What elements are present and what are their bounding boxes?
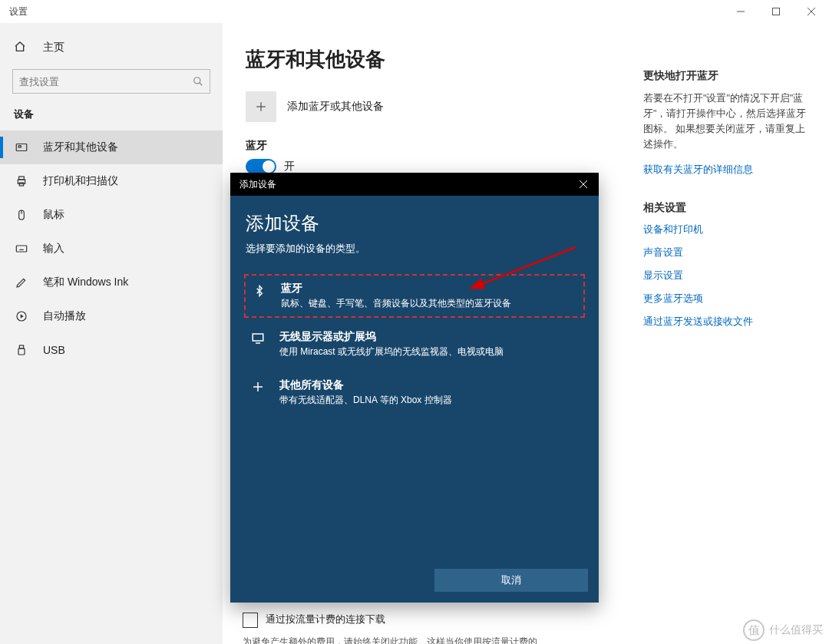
bluetooth-icon	[250, 283, 269, 310]
dialog-option-everything-else[interactable]: 其他所有设备 带有无线适配器、DLNA 等的 Xbox 控制器	[246, 372, 583, 413]
dialog-title: 添加设备	[239, 178, 276, 191]
metered-note: 为避免产生额外的费用，请始终关闭此功能。这样当你使用按流量计费的	[243, 636, 537, 644]
link-sound-settings[interactable]: 声音设置	[643, 246, 812, 259]
autoplay-icon	[14, 310, 29, 322]
bluetooth-devices-icon	[14, 140, 29, 154]
search-icon	[187, 76, 210, 87]
sidebar-item-label: USB	[43, 344, 65, 356]
metered-label: 通过按流量计费的连接下载	[266, 613, 385, 625]
svg-rect-20	[19, 345, 23, 348]
add-icon	[246, 91, 276, 122]
add-device-label: 添加蓝牙或其他设备	[287, 100, 384, 114]
search-box[interactable]	[12, 69, 210, 94]
fast-bt-title: 更快地打开蓝牙	[643, 69, 812, 83]
link-display-settings[interactable]: 显示设置	[643, 269, 812, 282]
sidebar-item-usb[interactable]: USB	[0, 333, 223, 367]
svg-rect-6	[16, 144, 27, 151]
sidebar-item-mouse[interactable]: 鼠标	[0, 198, 223, 232]
pen-icon	[14, 276, 29, 289]
title-bar: 设置	[0, 0, 829, 23]
sidebar-item-label: 输入	[43, 242, 64, 256]
window-title: 设置	[0, 5, 28, 18]
minimize-button[interactable]	[723, 0, 758, 23]
watermark-text: 什么值得买	[769, 623, 823, 637]
option-desc: 带有无线适配器、DLNA 等的 Xbox 控制器	[279, 394, 452, 407]
sidebar-item-autoplay[interactable]: 自动播放	[0, 299, 223, 333]
right-column: 更快地打开蓝牙 若要在不打开"设置"的情况下开启"蓝牙"，请打开操作中心，然后选…	[643, 69, 812, 338]
printer-icon	[14, 175, 29, 187]
home-label: 主页	[43, 41, 64, 54]
maximize-button[interactable]	[758, 0, 794, 23]
link-bt-details[interactable]: 获取有关蓝牙的详细信息	[643, 163, 812, 177]
sidebar-item-printers[interactable]: 打印机和扫描仪	[0, 164, 223, 198]
link-send-receive-bt[interactable]: 通过蓝牙发送或接收文件	[643, 315, 812, 329]
svg-rect-7	[18, 146, 21, 147]
svg-rect-9	[19, 177, 25, 180]
sidebar-item-label: 笔和 Windows Ink	[43, 276, 128, 289]
bluetooth-toggle[interactable]	[246, 159, 276, 174]
dialog-close-button[interactable]	[568, 173, 599, 196]
add-device-dialog: 添加设备 添加设备 选择要添加的设备的类型。 蓝牙 鼠标、键盘、手写笔、音频设备…	[230, 173, 599, 603]
display-icon	[249, 332, 267, 358]
keyboard-icon	[14, 243, 29, 255]
home-link[interactable]: 主页	[0, 32, 223, 63]
usb-icon	[14, 344, 29, 356]
svg-rect-21	[18, 348, 25, 355]
plus-icon	[249, 380, 267, 407]
home-icon	[14, 41, 29, 55]
metered-download-checkbox[interactable]: 通过按流量计费的连接下载	[243, 613, 385, 628]
svg-rect-26	[253, 334, 263, 341]
cancel-button[interactable]: 取消	[434, 569, 588, 592]
dialog-option-bluetooth[interactable]: 蓝牙 鼠标、键盘、手写笔、音频设备以及其他类型的蓝牙设备	[244, 274, 585, 318]
link-devices-printers[interactable]: 设备和打印机	[643, 223, 812, 236]
dialog-option-wireless-display[interactable]: 无线显示器或扩展坞 使用 Miracast 或无线扩展坞的无线监视器、电视或电脑	[246, 324, 583, 365]
option-desc: 使用 Miracast 或无线扩展坞的无线监视器、电视或电脑	[279, 345, 504, 358]
sidebar-item-label: 打印机和扫描仪	[43, 174, 118, 188]
watermark-badge: 值	[743, 619, 765, 641]
dialog-title-bar: 添加设备	[230, 173, 599, 196]
option-title: 蓝牙	[281, 282, 511, 296]
window-controls	[723, 0, 829, 23]
sidebar-item-label: 自动播放	[43, 309, 86, 323]
dialog-subtitle: 选择要添加的设备的类型。	[246, 242, 583, 256]
sidebar-item-bluetooth[interactable]: 蓝牙和其他设备	[0, 130, 223, 164]
svg-rect-10	[19, 183, 23, 186]
sidebar-item-label: 鼠标	[43, 208, 64, 222]
related-settings-title: 相关设置	[643, 201, 812, 215]
category-label: 设备	[0, 107, 223, 130]
svg-rect-1	[773, 8, 780, 15]
sidebar-item-label: 蓝牙和其他设备	[43, 140, 118, 154]
svg-line-5	[200, 83, 203, 86]
sidebar-item-typing[interactable]: 输入	[0, 232, 223, 266]
svg-rect-13	[16, 246, 26, 252]
mouse-icon	[14, 209, 29, 221]
option-desc: 鼠标、键盘、手写笔、音频设备以及其他类型的蓝牙设备	[281, 297, 511, 310]
bluetooth-toggle-label: 开	[284, 160, 295, 173]
sidebar-item-pen[interactable]: 笔和 Windows Ink	[0, 266, 223, 299]
checkbox-icon	[243, 613, 258, 628]
watermark: 值 什么值得买	[743, 619, 823, 641]
search-input[interactable]	[13, 76, 187, 88]
svg-point-4	[194, 78, 200, 84]
sidebar: 主页 设备 蓝牙和其他设备 打印机和扫描仪 鼠标 输入 笔和 Windows I	[0, 23, 223, 644]
link-more-bt-options[interactable]: 更多蓝牙选项	[643, 292, 812, 305]
option-title: 无线显示器或扩展坞	[279, 330, 504, 344]
option-title: 其他所有设备	[279, 378, 452, 392]
dialog-heading: 添加设备	[246, 211, 583, 236]
fast-bt-text: 若要在不打开"设置"的情况下开启"蓝牙"，请打开操作中心，然后选择蓝牙图标。 如…	[643, 91, 812, 152]
close-button[interactable]	[794, 0, 829, 23]
